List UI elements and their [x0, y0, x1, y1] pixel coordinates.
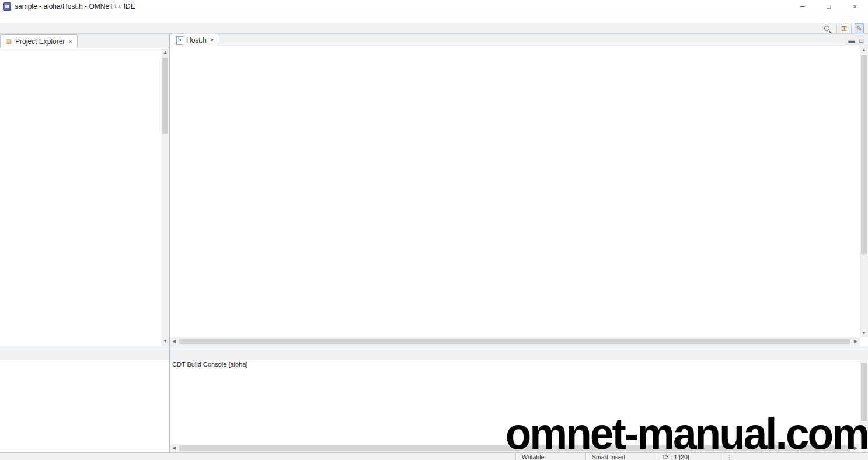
scroll-down-icon[interactable]: ▼: [161, 337, 169, 346]
scroll-left-icon[interactable]: ◀: [170, 444, 178, 452]
scroll-up-icon[interactable]: ▲: [860, 46, 868, 54]
app-icon: [3, 2, 11, 11]
console-header: CDT Build Console [aloha]: [170, 360, 868, 369]
project-explorer-title: Project Explorer: [15, 37, 65, 46]
editor-panel: Host.h × ▬ □ ▲ ▼ ◀ ▶: [170, 34, 868, 346]
maximize-button[interactable]: □: [815, 0, 842, 13]
close-icon[interactable]: ×: [68, 38, 72, 45]
scroll-up-icon[interactable]: ▲: [161, 48, 169, 57]
editor-vscrollbar[interactable]: ▲ ▼: [860, 46, 868, 337]
open-perspective-icon[interactable]: ⊞: [840, 23, 848, 33]
project-tree[interactable]: [0, 48, 161, 346]
properties-table: [0, 360, 169, 452]
explorer-scrollbar[interactable]: ▲ ▼: [161, 48, 169, 346]
properties-panel: [0, 346, 170, 452]
code-editor[interactable]: [170, 46, 860, 337]
header-file-icon: [175, 36, 184, 44]
scroll-right-icon[interactable]: ▶: [852, 337, 860, 346]
maximize-icon[interactable]: □: [858, 36, 864, 44]
toolbar: ⊞ ✎: [0, 23, 868, 34]
scrollbar-thumb[interactable]: [861, 55, 867, 254]
editor-hscrollbar[interactable]: ◀ ▶: [170, 337, 860, 346]
window-title: sample - aloha/Host.h - OMNeT++ IDE: [15, 2, 135, 11]
scrollbar-thumb[interactable]: [162, 58, 168, 134]
close-button[interactable]: ×: [842, 0, 868, 13]
scrollbar-thumb[interactable]: [179, 339, 850, 344]
editor-tab-label: Host.h: [186, 36, 207, 44]
project-explorer-panel: Project Explorer × ▲ ▼: [0, 34, 170, 346]
omnetpp-ide-window: sample - aloha/Host.h - OMNeT++ IDE ─□× …: [0, 0, 868, 460]
tab-project-explorer[interactable]: Project Explorer ×: [0, 34, 78, 48]
scroll-down-icon[interactable]: ▼: [860, 329, 868, 337]
simulation-perspective-icon[interactable]: ✎: [855, 23, 864, 33]
minimize-icon[interactable]: ▬: [847, 36, 856, 44]
search-icon[interactable]: [824, 26, 829, 31]
tab-host-h[interactable]: Host.h ×: [170, 34, 219, 46]
watermark: omnet-manual.com: [506, 411, 868, 455]
scroll-left-icon[interactable]: ◀: [170, 337, 178, 346]
close-icon[interactable]: ×: [210, 36, 214, 44]
menubar: [0, 13, 868, 23]
project-explorer-icon: [5, 38, 13, 45]
titlebar: sample - aloha/Host.h - OMNeT++ IDE ─□×: [0, 0, 868, 13]
minimize-button[interactable]: ─: [789, 0, 815, 13]
